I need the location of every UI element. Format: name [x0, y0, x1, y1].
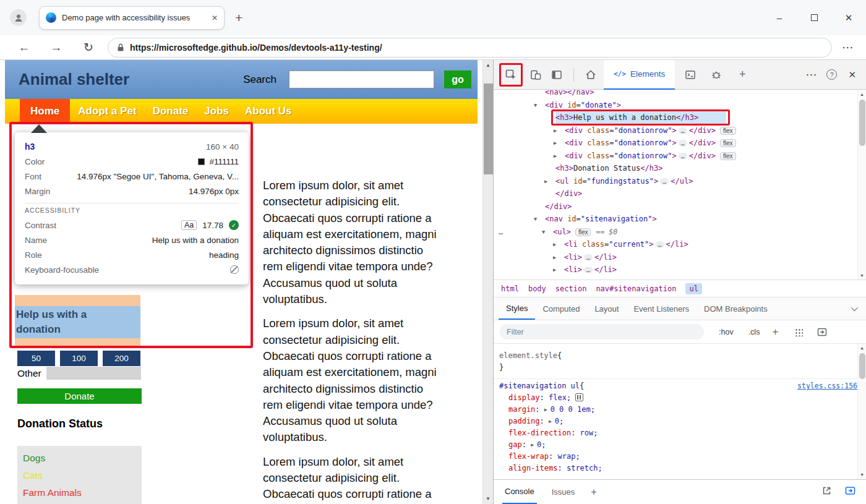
address-bar[interactable]: https://microsoftedge.github.io/Demos/de… — [108, 38, 832, 58]
collapse-arrow-icon[interactable]: ▼ — [542, 226, 553, 239]
expand-arrow-icon[interactable]: ▶ — [553, 263, 564, 276]
nav-item-donate[interactable]: Donate — [145, 99, 197, 124]
tab-computed[interactable]: Computed — [535, 297, 587, 320]
flex-editor-icon[interactable] — [575, 393, 583, 401]
css-declaration[interactable]: margin: ▶0 0 0 1em; — [499, 404, 857, 416]
amount-button-200[interactable]: 200 — [103, 351, 140, 366]
help-button[interactable]: ? — [826, 69, 837, 80]
donate-button[interactable]: Donate — [17, 388, 142, 404]
forward-button[interactable]: → — [48, 41, 64, 54]
console-panel-button[interactable] — [680, 64, 701, 85]
collapse-arrow-icon[interactable]: ▼ — [534, 99, 545, 112]
scrollbar-thumb[interactable] — [859, 100, 865, 146]
dom-tree-node[interactable]: ▶<div class="donationrow">…</div>flex — [494, 150, 866, 163]
inspected-heading[interactable]: Help us with a donation — [15, 306, 140, 338]
amount-button-100[interactable]: 100 — [60, 351, 98, 366]
expand-inline-icon[interactable]: … — [679, 127, 687, 134]
browser-menu-icon[interactable]: ⋯ — [842, 40, 854, 54]
scroll-up-icon[interactable]: ▲ — [483, 60, 493, 70]
css-declaration[interactable]: gap: ▶0; — [499, 439, 857, 451]
tab-layout[interactable]: Layout — [587, 297, 626, 320]
tab-event-listeners[interactable]: Event Listeners — [626, 297, 697, 320]
dom-tree-node[interactable]: ▶<li>…</li> — [494, 263, 866, 276]
dom-tree-node[interactable]: ▶<ul id="fundingstatus">…</ul> — [494, 175, 866, 188]
elements-scrollbar[interactable]: ▲ ▼ — [857, 90, 866, 280]
scroll-up-icon[interactable]: ▲ — [858, 344, 866, 352]
expand-inline-icon[interactable]: … — [656, 241, 664, 248]
drawer-tab-issues[interactable]: Issues — [549, 480, 578, 504]
devtools-menu-icon[interactable]: ⋯ — [805, 68, 817, 82]
computed-panel-icon[interactable] — [817, 327, 828, 338]
tab-close-icon[interactable]: ✕ — [212, 14, 218, 22]
dom-tree-node[interactable]: <h3>Help us with a donation</h3> — [494, 111, 866, 124]
search-go-button[interactable]: go — [444, 70, 471, 88]
collapse-arrow-icon[interactable]: ▼ — [534, 213, 545, 226]
scroll-down-icon[interactable]: ▼ — [483, 493, 493, 504]
scrollbar-thumb[interactable] — [859, 353, 865, 379]
breadcrumb-item-nav-sitenavigation[interactable]: nav#sitenavigation — [596, 284, 676, 293]
css-declaration[interactable]: padding: ▶0; — [499, 416, 857, 427]
nav-item-home[interactable]: Home — [20, 99, 70, 124]
expand-arrow-icon[interactable]: ▶ — [553, 238, 564, 251]
dom-tree-node[interactable]: <nav></nav> — [494, 90, 866, 99]
expand-inline-icon[interactable]: … — [679, 153, 687, 160]
devtools-close-icon[interactable]: ✕ — [848, 69, 856, 80]
drawer-add-tab-button[interactable]: + — [591, 487, 596, 498]
expand-arrow-icon[interactable]: ▶ — [554, 124, 565, 137]
breadcrumb-item-body[interactable]: body — [528, 284, 546, 293]
chevron-down-icon[interactable] — [851, 304, 858, 311]
expand-inline-icon[interactable]: … — [584, 267, 593, 273]
styles-filter-input[interactable] — [500, 324, 704, 340]
scroll-down-icon[interactable]: ▼ — [858, 271, 866, 280]
breadcrumb-item-section[interactable]: section — [555, 284, 587, 293]
expand-inline-icon[interactable]: … — [679, 140, 687, 147]
expand-arrow-icon[interactable]: ▶ — [544, 175, 555, 188]
browser-tab[interactable]: Demo page with accessibility issues ✕ — [39, 6, 225, 30]
dom-tree-node[interactable]: ▶<li>…</li> — [494, 251, 866, 264]
toggle-class-button[interactable]: .cls — [748, 328, 760, 336]
breadcrumb-item-html[interactable]: html — [501, 284, 519, 293]
expand-value-icon[interactable]: ▶ — [549, 419, 552, 424]
tab-elements[interactable]: </> Elements — [604, 60, 675, 90]
dom-tree-node[interactable]: ▶<li class="current">…</li> — [494, 238, 866, 251]
dom-tree-node[interactable]: ▼<nav id="sitenavigation"> — [494, 213, 866, 226]
dom-tree-node[interactable]: ▼<div id="donate"> — [494, 99, 866, 112]
breadcrumb-item-ul[interactable]: ul — [685, 283, 701, 294]
device-emulation-button[interactable] — [525, 64, 546, 85]
page-scrollbar[interactable]: ▲ ▼ — [482, 60, 493, 504]
expand-arrow-icon[interactable]: ▶ — [554, 137, 565, 150]
toggle-hover-state-button[interactable]: :hov — [719, 328, 734, 336]
dom-tree-node[interactable]: ▶<div class="donationrow">…</div>flex — [494, 137, 866, 150]
expand-value-icon[interactable]: ▶ — [531, 442, 534, 448]
amount-button-50[interactable]: 50 — [17, 351, 55, 366]
other-amount-input[interactable] — [46, 367, 141, 380]
dom-tree-node[interactable]: ▶<div class="donationrow">…</div>flex — [494, 124, 866, 137]
expand-arrow-icon[interactable]: ▶ — [554, 150, 565, 163]
scrollbar-thumb[interactable] — [484, 83, 493, 174]
scroll-up-icon[interactable]: ▲ — [858, 90, 866, 98]
open-panel-icon[interactable] — [821, 485, 832, 498]
tab-dom-breakpoints[interactable]: DOM Breakpoints — [697, 297, 775, 320]
node-menu-icon[interactable]: … — [499, 226, 504, 239]
debugger-panel-button[interactable] — [706, 64, 727, 85]
maximize-button[interactable] — [797, 12, 831, 23]
new-tab-button[interactable]: + — [235, 11, 242, 25]
tab-styles[interactable]: Styles — [499, 297, 535, 320]
expand-drawer-icon[interactable] — [844, 485, 856, 499]
refresh-button[interactable]: ↻ — [80, 40, 96, 54]
css-declaration[interactable]: flex-direction: row; — [499, 427, 857, 439]
css-declaration[interactable]: display: flex; — [499, 392, 857, 404]
home-panel-button[interactable] — [580, 64, 601, 85]
expand-arrow-icon[interactable]: ▶ — [553, 251, 564, 264]
grid-settings-icon[interactable] — [794, 328, 803, 336]
expand-inline-icon[interactable]: … — [660, 178, 669, 185]
search-input[interactable] — [289, 70, 434, 88]
new-style-rule-button[interactable]: + — [772, 326, 778, 338]
back-button[interactable]: ← — [16, 41, 32, 54]
nav-item-jobs[interactable]: Jobs — [196, 99, 237, 124]
add-panel-button[interactable]: + — [732, 64, 753, 85]
dom-tree-node[interactable]: </div> — [494, 200, 866, 213]
styles-scrollbar[interactable]: ▲ ▼ — [857, 344, 866, 479]
dom-tree-node[interactable]: </div> — [494, 187, 866, 200]
close-window-button[interactable]: ✕ — [831, 12, 866, 23]
